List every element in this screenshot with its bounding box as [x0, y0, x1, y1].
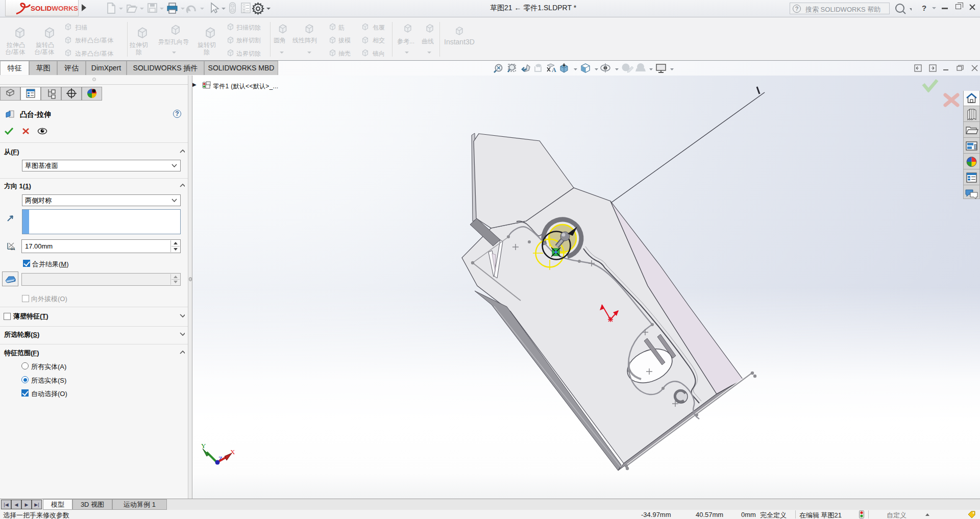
svg-text:D1: D1 [11, 247, 15, 251]
svg-text:Y: Y [201, 442, 206, 450]
svg-text:A: A [552, 66, 556, 73]
